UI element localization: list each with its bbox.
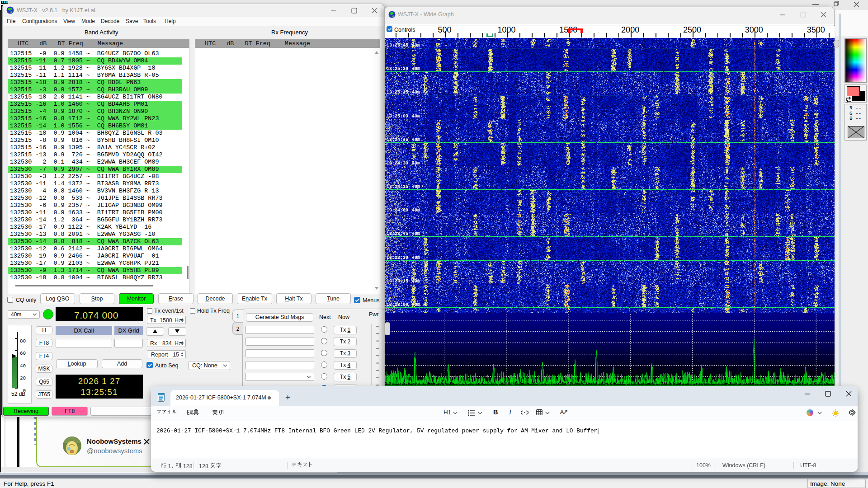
svg-text:A: A	[560, 409, 564, 415]
